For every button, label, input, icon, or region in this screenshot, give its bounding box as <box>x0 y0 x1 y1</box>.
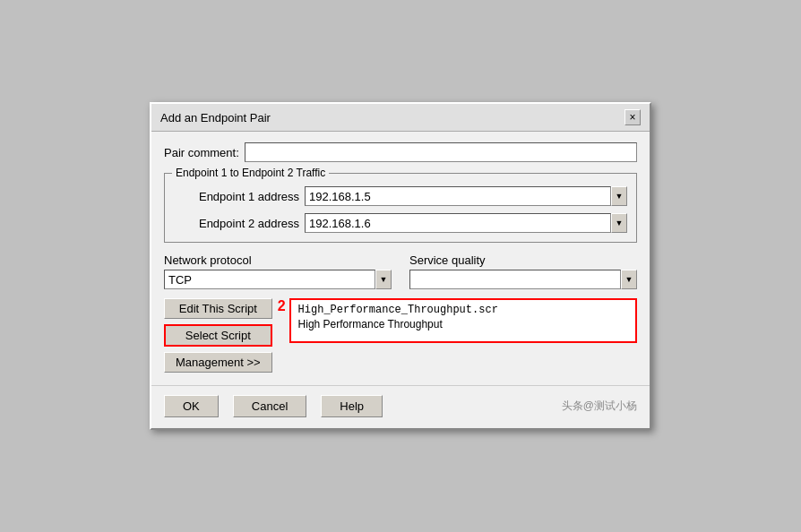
title-bar: Add an Endpoint Pair × <box>151 104 650 132</box>
cancel-button[interactable]: Cancel <box>233 395 306 417</box>
protocol-input[interactable] <box>164 270 375 289</box>
traffic-group-label: Endpoint 1 to Endpoint 2 Traffic <box>172 167 329 179</box>
watermark: 头条@测试小杨 <box>562 399 637 414</box>
dialog-title: Add an Endpoint Pair <box>160 111 271 124</box>
ok-button[interactable]: OK <box>164 395 219 417</box>
endpoint2-label: Endpoint 2 address <box>174 217 299 230</box>
quality-input[interactable] <box>409 270 621 289</box>
pair-comment-label: Pair comment: <box>164 146 239 159</box>
endpoint2-input[interactable] <box>305 213 611 233</box>
script-filename: High_Performance_Throughput.scr <box>298 304 628 316</box>
footer-buttons: OK Cancel Help <box>164 395 383 417</box>
dialog-body: Pair comment: Endpoint 1 to Endpoint 2 T… <box>151 132 650 385</box>
script-info-area: 2 High_Performance_Throughput.scr High P… <box>272 298 637 343</box>
edit-script-button[interactable]: Edit This Script <box>164 298 272 319</box>
pair-comment-row: Pair comment: <box>164 142 637 162</box>
management-button[interactable]: Management >> <box>164 352 272 373</box>
badge-number: 2 <box>278 298 286 314</box>
protocol-label: Network protocol <box>164 253 392 267</box>
quality-combo: ▼ <box>409 270 637 289</box>
badge-and-box: 2 High_Performance_Throughput.scr High P… <box>278 298 637 343</box>
quality-section: Service quality ▼ <box>409 253 637 289</box>
close-button[interactable]: × <box>624 109 641 125</box>
left-buttons: Edit This Script Select Script Managemen… <box>164 298 272 373</box>
dialog-footer: OK Cancel Help 头条@测试小杨 <box>151 385 650 428</box>
select-script-button[interactable]: Select Script <box>164 324 272 347</box>
quality-dropdown-arrow[interactable]: ▼ <box>621 270 637 289</box>
script-description: High Performance Throughput <box>298 318 628 330</box>
script-info-box: High_Performance_Throughput.scr High Per… <box>289 298 637 343</box>
endpoint2-row: Endpoint 2 address ▼ <box>174 213 627 233</box>
endpoint2-dropdown-arrow[interactable]: ▼ <box>611 213 627 233</box>
help-button[interactable]: Help <box>321 395 383 417</box>
endpoint2-combo: ▼ <box>305 213 627 233</box>
quality-label: Service quality <box>409 253 637 267</box>
endpoint1-input[interactable] <box>305 186 611 206</box>
protocol-dropdown-arrow[interactable]: ▼ <box>375 270 392 289</box>
endpoint1-label: Endpoint 1 address <box>174 190 299 203</box>
endpoint1-dropdown-arrow[interactable]: ▼ <box>611 186 627 206</box>
endpoint1-row: Endpoint 1 address ▼ <box>174 186 627 206</box>
protocol-section: Network protocol ▼ <box>164 253 392 289</box>
pair-comment-input[interactable] <box>245 142 637 162</box>
endpoint1-combo: ▼ <box>305 186 627 206</box>
traffic-group-box: Endpoint 1 to Endpoint 2 Traffic Endpoin… <box>164 173 637 243</box>
script-area: Edit This Script Select Script Managemen… <box>164 298 637 373</box>
add-endpoint-dialog: Add an Endpoint Pair × Pair comment: End… <box>150 102 651 430</box>
protocol-quality-row: Network protocol ▼ Service quality ▼ <box>164 253 637 289</box>
protocol-combo: ▼ <box>164 270 392 289</box>
